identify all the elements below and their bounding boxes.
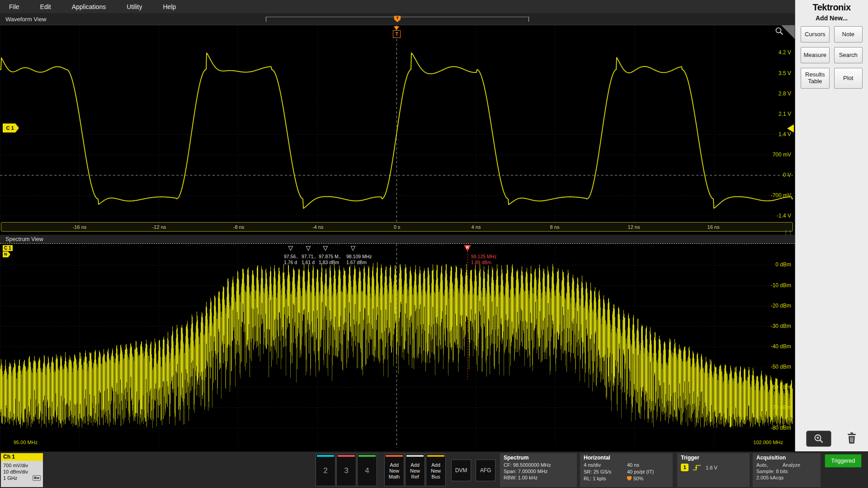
freq-end-label: 102.000 MHz	[754, 440, 783, 445]
db-axis-label: 0 dBm	[775, 261, 791, 268]
add-note-button[interactable]: Note	[834, 26, 863, 43]
t-axis-label: 4 ns	[472, 224, 481, 230]
channel1-spectrum-scale: 10 dBm/div	[3, 469, 41, 475]
t-axis-label: 16 ns	[708, 224, 720, 230]
magnifier-icon	[775, 27, 784, 36]
channel1-badge[interactable]: Ch 1 700 mV/div 10 dBm/div 1 GHz Bw	[1, 453, 43, 487]
channel2-button[interactable]: 2	[316, 454, 335, 486]
zoom-tool-button[interactable]	[806, 431, 831, 447]
add-new-title: Add New...	[795, 14, 868, 22]
t-axis-label: 0 s	[394, 224, 401, 230]
waveform-canvas	[0, 25, 793, 222]
bandwidth-limit-badge: Bw	[33, 475, 41, 481]
spectrum-view-title: Spectrum View	[5, 236, 43, 242]
dvm-button[interactable]: DVM	[451, 460, 471, 481]
trigger-position-marker[interactable]: T	[394, 16, 401, 22]
menu-bar: File Edit Applications Utility Help	[0, 0, 795, 13]
v-axis-label: 0 V	[783, 172, 791, 178]
t-axis-label: -4 ns	[312, 224, 323, 230]
t-axis-label: -8 ns	[233, 224, 244, 230]
add-search-button[interactable]: Search	[834, 47, 863, 63]
t-axis-label: 8 ns	[550, 224, 560, 230]
horizontal-resolution: 40 ps/pt (IT)	[627, 469, 669, 475]
add-new-bus-button[interactable]: AddNewBus	[426, 454, 446, 486]
trigger-level: 1.6 V	[706, 464, 717, 471]
add-plot-button[interactable]: Plot	[834, 68, 863, 89]
db-axis-label: -10 dBm	[771, 282, 791, 289]
spectrum-canvas	[0, 244, 793, 448]
channel1-scale: 700 mV/div	[3, 462, 41, 469]
trigger-status-badge: Triggered	[825, 454, 862, 468]
settings-bar: Ch 1 700 mV/div 10 dBm/div 1 GHz Bw 2 3 …	[0, 451, 868, 488]
acq-sample: Sample: 8 bits	[756, 468, 817, 474]
t-axis-label: 12 ns	[628, 224, 640, 230]
waveform-view-title: Waveform View	[5, 16, 46, 23]
spectrum-span: Span: 7.00000 MHz	[504, 468, 573, 474]
channel1-name: Ch 1	[1, 453, 43, 461]
channel4-button[interactable]: 4	[357, 454, 377, 486]
v-axis-label: 2.8 V	[778, 90, 791, 97]
menu-help[interactable]: Help	[163, 3, 176, 10]
acq-mode: Auto,	[756, 462, 783, 468]
spectrum-plot[interactable]: C 1 N ▽ ▽ ▽ ▽ R 97.56..1.76 d 97.71..1.6…	[0, 243, 795, 448]
trigger-source-badge: 1	[681, 464, 689, 471]
horizontal-position: 50%	[627, 475, 669, 482]
freq-start-label: 95.00 MHz	[14, 440, 38, 445]
add-results-table-button[interactable]: Results Table	[801, 68, 830, 89]
t-axis-label: -12 ns	[152, 224, 166, 230]
peak-marker-icon[interactable]: ▽	[288, 245, 293, 251]
acq-count: 2.005 kAcqs	[756, 474, 817, 481]
trigger-arrow-icon	[394, 26, 399, 30]
v-axis-label: 2.1 V	[778, 111, 791, 117]
acquisition-settings-panel[interactable]: Acquisition Auto, Analyze Sample: 8 bits…	[753, 453, 821, 487]
expansion-point-icon	[627, 476, 632, 481]
spectrum-settings-panel[interactable]: Spectrum CF: 98.5000000 MHz Span: 7.0000…	[500, 453, 577, 487]
view-divider: ⋮⋮	[0, 232, 795, 235]
db-axis-label: -20 dBm	[771, 303, 791, 309]
menu-utility[interactable]: Utility	[127, 3, 142, 10]
peak-marker-icon[interactable]: ▽	[351, 245, 356, 251]
horizontal-scale: 4 ns/div	[584, 462, 627, 468]
t-axis-label: -16 ns	[73, 224, 87, 230]
zoom-range-indicator[interactable]: T	[266, 17, 529, 22]
menu-applications[interactable]: Applications	[72, 3, 106, 10]
horizontal-scale-bar[interactable]: -16 ns -12 ns -8 ns -4 ns 0 s 4 ns 8 ns …	[1, 222, 793, 232]
waveform-plot[interactable]: T C 1 4.2 V 3.5 V 2.8 V 2.1 V 1.4 V 700 …	[0, 25, 795, 222]
db-axis-label: -30 dBm	[771, 323, 791, 329]
marker-readout: 97.56..1.76 d	[284, 254, 298, 265]
v-axis-label: -1.4 V	[777, 213, 791, 219]
waveform-view-header: Waveform View T	[0, 13, 795, 25]
tekscope-app: File Edit Applications Utility Help Wave…	[0, 0, 868, 488]
add-measure-button[interactable]: Measure	[801, 47, 830, 63]
trash-button[interactable]	[846, 432, 857, 446]
horizontal-window: 40 ns	[627, 462, 669, 468]
trigger-settings-panel[interactable]: Trigger 1 1.6 V	[677, 453, 750, 487]
magnifier-plus-icon	[813, 433, 824, 444]
horizontal-rl: RL: 1 kpts	[584, 475, 627, 482]
add-cursors-button[interactable]: Cursors	[801, 26, 830, 43]
add-new-ref-button[interactable]: AddNewRef	[405, 454, 425, 486]
channel3-button[interactable]: 3	[336, 454, 356, 486]
peak-marker-icon[interactable]: ▽	[323, 245, 328, 251]
db-axis-label: -40 dBm	[771, 343, 791, 350]
v-axis-label: 700 mV	[773, 152, 791, 158]
horizontal-settings-panel[interactable]: Horizontal 4 ns/div 40 ns SR: 25 GS/s 40…	[580, 453, 673, 487]
channel1-bandwidth: 1 GHz	[3, 475, 17, 481]
v-axis-label: 3.5 V	[778, 70, 791, 76]
trigger-level-arrow[interactable]	[787, 124, 794, 133]
sidebar-bottom-tools	[795, 431, 868, 447]
trigger-indicator-flag[interactable]: T	[393, 30, 401, 38]
afg-button[interactable]: AFG	[476, 460, 495, 481]
marker-readout: 98.109 MHz1.67 dBm	[346, 254, 372, 265]
spectrum-view-header: Spectrum View	[0, 235, 795, 243]
trash-icon	[846, 432, 857, 445]
peak-marker-icon[interactable]: ▽	[306, 245, 311, 251]
add-new-math-button[interactable]: AddNewMath	[384, 454, 404, 486]
menu-edit[interactable]: Edit	[40, 3, 51, 10]
menu-file[interactable]: File	[9, 3, 19, 10]
db-axis-label: -80 dBm	[771, 425, 791, 431]
channel1-spectrum-badge[interactable]: C 1	[3, 245, 13, 251]
rising-edge-icon	[692, 464, 702, 471]
channel1-settings: 700 mV/div 10 dBm/div 1 GHz Bw	[1, 461, 43, 487]
horizontal-sr: SR: 25 GS/s	[584, 469, 627, 475]
